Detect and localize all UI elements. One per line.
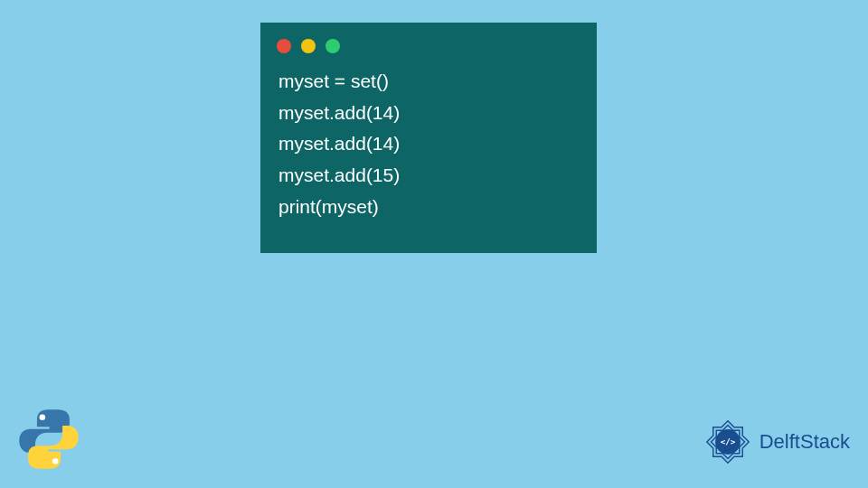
delftstack-text: DelftStack <box>760 430 850 454</box>
code-line: myset.add(14) <box>278 128 582 160</box>
svg-point-1 <box>52 458 59 465</box>
python-logo-icon <box>16 407 81 472</box>
code-line: myset = set() <box>278 66 582 98</box>
code-line: myset.add(14) <box>278 98 582 129</box>
code-window: myset = set() myset.add(14) myset.add(14… <box>260 23 597 253</box>
svg-point-0 <box>40 415 46 421</box>
delftstack-logo: </> DelftStack <box>702 416 850 468</box>
svg-text:</>: </> <box>720 436 735 446</box>
code-line: print(myset) <box>278 192 582 223</box>
minimize-icon <box>301 39 316 53</box>
maximize-icon <box>326 39 340 53</box>
close-icon <box>277 39 291 53</box>
delftstack-icon: </> <box>702 416 754 468</box>
code-content: myset = set() myset.add(14) myset.add(14… <box>275 66 582 222</box>
code-line: myset.add(15) <box>278 160 582 192</box>
window-controls <box>275 39 582 53</box>
